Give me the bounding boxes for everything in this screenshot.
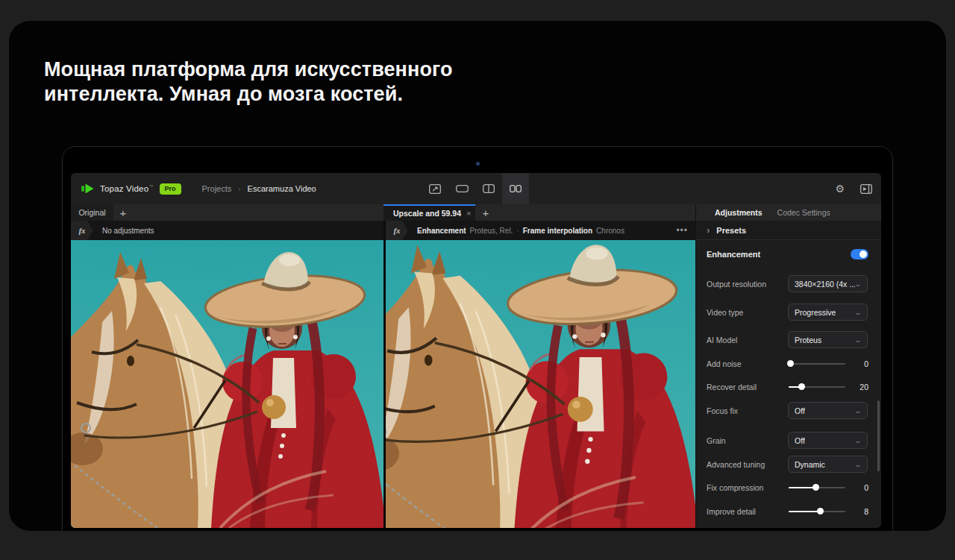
advanced-tuning-value: Dynamic: [795, 460, 825, 469]
enhanced-video-frame: [386, 240, 695, 528]
ai-model-value: Proteus: [795, 336, 821, 345]
output-resolution-row: Output resolution 3840×2160 (4x ... ⌄: [696, 275, 881, 292]
slider-track[interactable]: [789, 487, 845, 488]
video-type-value: Progressive: [795, 308, 836, 317]
slider-knob[interactable]: [798, 383, 805, 390]
pro-badge: Pro: [160, 183, 181, 195]
fix-compression-slider[interactable]: [789, 483, 845, 492]
video-preview-enhanced: [386, 240, 695, 528]
sidebar-tabs: Adjustments Codec Settings: [695, 204, 881, 221]
more-options-icon[interactable]: •••: [676, 225, 688, 236]
split-view-button[interactable]: [475, 173, 502, 204]
topaz-logo-icon: [81, 183, 94, 194]
export-panel-icon[interactable]: [860, 184, 872, 194]
right-pane-toolbar: fx Enhancement Proteus, Rel. · Frame int…: [386, 221, 695, 240]
advanced-tuning-select[interactable]: Dynamic ⌄: [788, 456, 868, 473]
enhancement-toggle[interactable]: [851, 249, 868, 259]
output-resolution-label: Output resolution: [707, 280, 766, 289]
scale-view-button[interactable]: [422, 173, 448, 204]
output-resolution-select[interactable]: 3840×2160 (4x ... ⌄: [788, 275, 868, 292]
ai-model-row: AI Model Proteus ⌄: [696, 331, 881, 348]
breadcrumb: Projects › Escaramuza Video: [202, 184, 316, 193]
grain-value: Off: [795, 436, 805, 445]
toggle-knob: [860, 251, 867, 258]
video-type-select[interactable]: Progressive ⌄: [788, 303, 868, 321]
fix-compression-label: Fix compression: [707, 483, 763, 492]
tab-adjustments[interactable]: Adjustments: [715, 208, 763, 217]
fix-compression-value: 0: [846, 483, 868, 492]
improve-detail-slider[interactable]: [789, 507, 845, 516]
device-mockup: Topaz Video™ Pro Projects › Escaramuza V…: [62, 146, 893, 531]
breadcrumb-separator-icon: ›: [238, 185, 240, 193]
slider-knob[interactable]: [817, 508, 824, 515]
slider-knob[interactable]: [812, 484, 819, 491]
split-view-icon: [483, 184, 495, 193]
single-view-icon: [456, 185, 469, 192]
tab-original[interactable]: Original: [71, 204, 113, 221]
tab-upscale-label: Upscale and 59.94: [393, 209, 461, 218]
ai-model-label: AI Model: [707, 336, 737, 345]
recover-detail-slider[interactable]: [789, 383, 845, 391]
headline-line-1: Мощная платформа для искусственного: [44, 57, 453, 82]
fx-icon[interactable]: fx: [71, 221, 93, 240]
recover-detail-row: Recover detail 20: [696, 378, 881, 395]
ai-model-select[interactable]: Proteus ⌄: [788, 331, 868, 348]
app-logo: Topaz Video™ Pro: [71, 183, 181, 195]
focus-fix-label: Focus fix: [707, 406, 738, 415]
slider-track[interactable]: [789, 363, 845, 365]
chevron-down-icon: ⌄: [854, 437, 862, 444]
slider-track[interactable]: [789, 511, 845, 512]
focus-fix-row: Focus fix Off ⌄: [696, 402, 881, 419]
scale-view-icon: [429, 184, 441, 194]
add-noise-value: 0: [846, 359, 868, 368]
adjustments-panel: Enhancement Output resolution 3840×2160 …: [695, 240, 881, 528]
presets-label: Presets: [716, 226, 746, 235]
fx-icon[interactable]: fx: [386, 221, 408, 240]
close-tab-icon[interactable]: ×: [466, 209, 471, 218]
interpolation-filter-label: Frame interpolation: [523, 227, 592, 235]
enhancement-row: Enhancement: [696, 245, 881, 262]
grain-row: Grain Off ⌄: [696, 432, 881, 449]
tab-strip-row: Original + Upscale and 59.94 × +: [71, 204, 881, 221]
chevron-down-icon: ⌄: [854, 309, 862, 316]
filter-separator: ·: [516, 227, 519, 235]
add-tab-button-right[interactable]: +: [478, 204, 493, 221]
grain-select[interactable]: Off ⌄: [788, 432, 868, 449]
hero-card: Мощная платформа для искусственного инте…: [9, 21, 946, 531]
single-view-button[interactable]: [448, 173, 475, 204]
slider-knob[interactable]: [787, 360, 794, 367]
breadcrumb-projects[interactable]: Projects: [202, 184, 232, 193]
presets-section-header[interactable]: › Presets: [695, 221, 881, 240]
add-noise-row: Add noise 0: [696, 355, 881, 372]
improve-detail-row: Improve detail 8: [696, 503, 881, 520]
improve-detail-value: 8: [846, 507, 868, 516]
recover-detail-label: Recover detail: [707, 383, 757, 391]
side-by-side-view-icon: [510, 185, 522, 192]
video-type-row: Video type Progressive ⌄: [696, 303, 881, 321]
chevron-right-icon: ›: [707, 225, 710, 235]
add-noise-slider[interactable]: [789, 359, 845, 368]
applied-filters-summary: Enhancement Proteus, Rel. · Frame interp…: [417, 227, 624, 235]
tab-upscale[interactable]: Upscale and 59.94 ×: [383, 204, 475, 221]
sidebar-scrollbar[interactable]: [877, 400, 880, 471]
top-bar: Topaz Video™ Pro Projects › Escaramuza V…: [71, 173, 881, 204]
focus-fix-select[interactable]: Off ⌄: [788, 402, 868, 419]
trademark: ™: [148, 184, 153, 189]
improve-detail-label: Improve detail: [707, 507, 756, 516]
add-tab-button-left[interactable]: +: [116, 204, 131, 221]
original-video-frame: [71, 240, 383, 528]
breadcrumb-current: Escaramuza Video: [248, 184, 316, 193]
topbar-right-actions: ⚙: [835, 173, 872, 204]
view-mode-switcher: [422, 173, 529, 204]
tab-codec-settings[interactable]: Codec Settings: [777, 208, 830, 217]
brand-name: Topaz Video™: [100, 184, 154, 193]
content-area: Enhancement Output resolution 3840×2160 …: [71, 240, 881, 528]
settings-gear-icon[interactable]: ⚙: [835, 183, 845, 194]
page: Мощная платформа для искусственного инте…: [0, 0, 955, 560]
left-pane-toolbar: fx No adjustments: [71, 221, 383, 240]
side-by-side-view-button[interactable]: [502, 173, 529, 204]
no-adjustments-label: No adjustments: [102, 227, 154, 235]
app-window: Topaz Video™ Pro Projects › Escaramuza V…: [71, 173, 881, 528]
headline-line-2: интеллекта. Умная до мозга костей.: [44, 82, 453, 107]
slider-track[interactable]: [789, 386, 845, 388]
